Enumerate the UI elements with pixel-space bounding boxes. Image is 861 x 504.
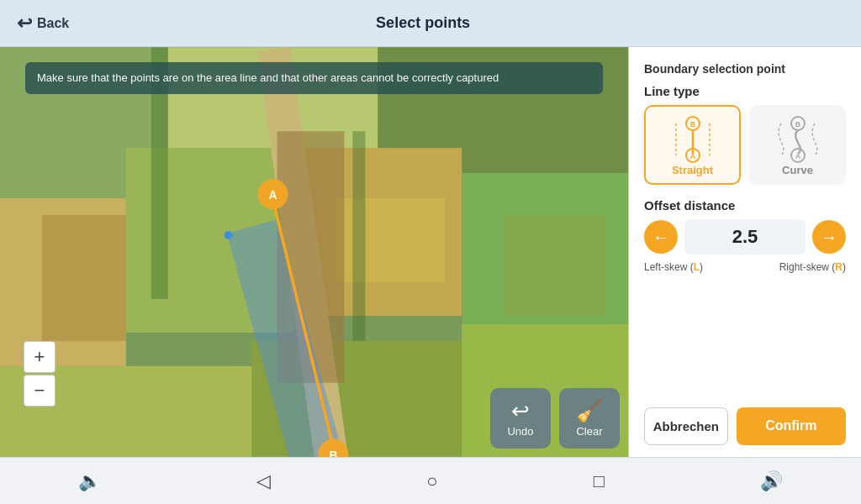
straight-icon: B A: [669, 113, 716, 164]
offset-labels: Left-skew (L) Right-skew (R): [644, 261, 846, 273]
undo-label: Undo: [507, 425, 533, 438]
straight-card[interactable]: B A Straight: [644, 105, 741, 185]
zoom-out-button[interactable]: −: [24, 375, 55, 407]
svg-rect-14: [504, 215, 605, 316]
clear-label: Clear: [576, 425, 602, 438]
confirm-button[interactable]: Confirm: [737, 407, 846, 446]
map-actions: ↩ Undo 🧹 Clear: [490, 388, 620, 449]
svg-rect-17: [277, 131, 345, 383]
info-banner: Make sure that the points are on the are…: [25, 62, 603, 94]
back-arrow-icon: ↩: [17, 13, 32, 34]
undo-icon: ↩: [511, 400, 530, 422]
right-arrow-icon: →: [821, 228, 837, 247]
offset-row: ← 2.5 →: [644, 219, 846, 255]
offset-decrease-button[interactable]: ←: [644, 220, 678, 254]
zoom-controls: + −: [24, 341, 55, 407]
left-arrow-icon: ←: [652, 228, 669, 247]
right-panel: Boundary selection point Line type B A: [629, 47, 861, 457]
undo-button[interactable]: ↩ Undo: [490, 388, 551, 449]
svg-text:B: B: [795, 120, 800, 129]
zoom-in-button[interactable]: +: [24, 341, 55, 373]
abbrechen-button[interactable]: Abbrechen: [644, 407, 728, 446]
curve-card[interactable]: B A Curve: [749, 105, 846, 185]
bottom-buttons: Abbrechen Confirm: [644, 407, 846, 446]
map-panel: A B Make sure that the points are on the…: [0, 47, 629, 457]
square-nav-icon[interactable]: □: [594, 470, 605, 492]
svg-rect-16: [352, 131, 365, 341]
offset-value: 2.5: [684, 219, 806, 255]
info-text: Make sure that the points are on the are…: [37, 71, 499, 84]
back-label: Back: [37, 16, 69, 31]
curve-label: Curve: [782, 164, 813, 176]
line-type-title: Line type: [644, 84, 846, 98]
offset-increase-button[interactable]: →: [812, 220, 846, 254]
line-type-row: B A Straight B: [644, 105, 846, 185]
volume-up-icon[interactable]: 🔊: [760, 470, 783, 492]
svg-rect-12: [42, 215, 126, 341]
page-title: Select points: [69, 14, 777, 32]
clear-icon: 🧹: [576, 400, 603, 422]
curve-icon: B A: [774, 113, 821, 164]
back-button[interactable]: ↩ Back: [17, 13, 69, 34]
clear-button[interactable]: 🧹 Clear: [559, 388, 620, 449]
home-nav-icon[interactable]: ○: [426, 470, 437, 492]
svg-text:A: A: [689, 152, 695, 160]
svg-text:B: B: [689, 120, 695, 129]
back-nav-icon[interactable]: ◁: [256, 470, 271, 492]
top-bar: ↩ Back Select points: [0, 0, 861, 47]
offset-section: Offset distance ← 2.5 → Left-skew (L) Ri…: [644, 198, 846, 273]
svg-rect-13: [335, 198, 445, 282]
boundary-section-label: Boundary selection point: [644, 62, 846, 76]
straight-label: Straight: [672, 164, 713, 176]
line-type-section: Line type B A Straight: [644, 84, 846, 185]
bottom-nav: 🔈 ◁ ○ □ 🔊: [0, 457, 861, 504]
offset-title: Offset distance: [644, 198, 846, 213]
svg-text:A: A: [795, 152, 800, 160]
main-area: A B Make sure that the points are on the…: [0, 47, 861, 457]
left-skew-label: Left-skew (L): [644, 261, 703, 273]
right-skew-label: Right-skew (R): [779, 261, 846, 273]
volume-down-icon[interactable]: 🔈: [78, 470, 101, 492]
